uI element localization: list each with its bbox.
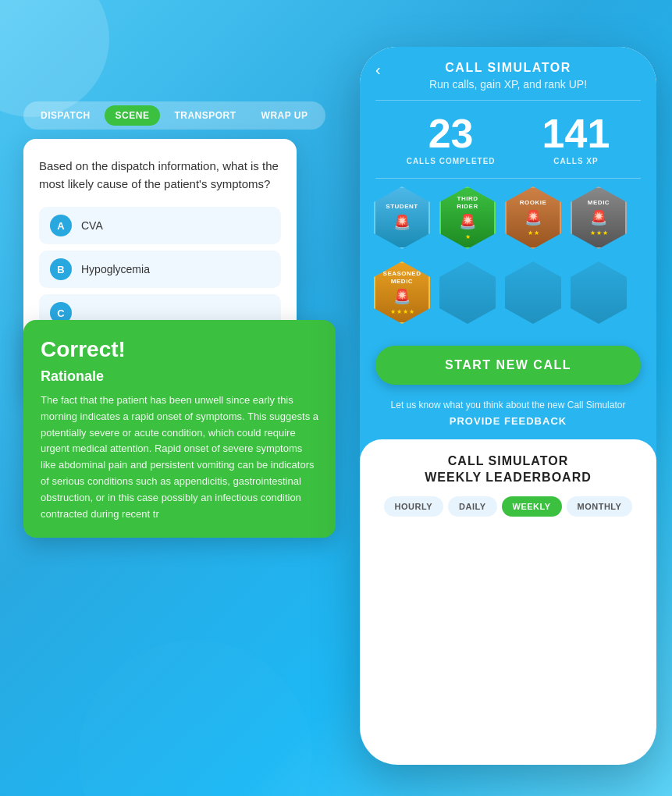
badge-label-third-rider: THIRDRIDER — [457, 195, 478, 210]
tab-wrapup[interactable]: WRAP UP — [251, 105, 319, 126]
star-1: ★ — [590, 229, 596, 236]
right-phone: ‹ CALL SIMULATOR Run calls, gain XP, and… — [360, 47, 656, 765]
leaderboard-section: CALL SIMULATORWEEKLY LEADERBOARD HOURLY … — [360, 439, 656, 765]
lb-tab-daily[interactable]: DAILY — [448, 496, 497, 517]
leaderboard-title: CALL SIMULATORWEEKLY LEADERBOARD — [375, 453, 641, 486]
calls-xp-stat: 141 CALLS XP — [542, 113, 610, 165]
badge-label-seasoned: SEASONEDMEDIC — [383, 270, 421, 285]
badge-shape-empty-3 — [571, 261, 627, 324]
badges-row-1: STUDENT 🚨 THIRDRIDER 🚨 ★ — [372, 187, 644, 255]
badge-icon-medic: 🚨 — [590, 209, 607, 226]
star-3: ★ — [603, 229, 608, 236]
answer-text-a: CVA — [81, 219, 103, 232]
badge-icon-third-rider: 🚨 — [459, 213, 476, 230]
star-2: ★ — [596, 229, 602, 236]
leaderboard-tabs: HOURLY DAILY WEEKLY MONTHLY — [375, 496, 641, 517]
badge-shape-empty-2 — [505, 261, 561, 324]
star-3: ★ — [403, 308, 408, 315]
star-1: ★ — [390, 308, 396, 315]
badge-icon-rookie: 🚨 — [524, 209, 542, 226]
badge-rookie: ROOKIE 🚨 ★ ★ — [503, 187, 563, 255]
badge-stars-third-rider: ★ — [465, 233, 471, 240]
rationale-text: The fact that the patient has been unwel… — [41, 393, 318, 522]
phone-screen: ‹ CALL SIMULATOR Run calls, gain XP, and… — [360, 47, 656, 765]
feedback-sub-text: Let us know what you think about the new… — [375, 399, 641, 412]
badge-shape-seasoned: SEASONEDMEDIC 🚨 ★ ★ ★ ★ — [374, 261, 430, 324]
badge-seasoned-medic: SEASONEDMEDIC 🚨 ★ ★ ★ ★ — [372, 261, 432, 330]
phone-title: CALL SIMULATOR — [375, 61, 641, 75]
badge-shape-third-rider: THIRDRIDER 🚨 ★ — [439, 187, 496, 249]
phone-shell: ‹ CALL SIMULATOR Run calls, gain XP, and… — [360, 47, 656, 765]
badge-third-rider: THIRDRIDER 🚨 ★ — [438, 187, 497, 255]
tab-transport[interactable]: TRANSPORT — [163, 105, 247, 126]
correct-overlay: Correct! Rationale The fact that the pat… — [23, 320, 336, 538]
tab-dispatch[interactable]: DISPATCH — [30, 105, 101, 126]
bg-decoration — [0, 0, 109, 117]
phone-header: ‹ CALL SIMULATOR Run calls, gain XP, and… — [360, 47, 656, 100]
calls-xp-label: CALLS XP — [542, 157, 610, 165]
lb-tab-monthly[interactable]: MONTHLY — [567, 496, 633, 517]
badge-student: STUDENT 🚨 — [372, 187, 432, 255]
correct-title: Correct! — [41, 337, 318, 362]
badge-icon-seasoned: 🚨 — [393, 288, 411, 305]
answer-letter-b: B — [50, 258, 72, 280]
provide-feedback-button[interactable]: PROVIDE FEEDBACK — [375, 415, 641, 427]
badge-label-medic: MEDIC — [588, 199, 610, 207]
badge-empty-1 — [438, 261, 497, 330]
start-new-call-button[interactable]: START NEW CALL — [375, 346, 641, 385]
badge-shape-student: STUDENT 🚨 — [374, 187, 430, 249]
badge-empty-2 — [503, 261, 563, 330]
start-call-label: START NEW CALL — [375, 358, 641, 372]
star-4: ★ — [409, 308, 414, 315]
calls-completed-stat: 23 CALLS COMPLETED — [407, 113, 496, 165]
answer-letter-a: A — [50, 215, 72, 236]
bg-decoration — [78, 640, 312, 796]
stats-row: 23 CALLS COMPLETED 141 CALLS XP — [360, 101, 656, 178]
quiz-question: Based on the dispatch information, what … — [39, 158, 281, 193]
badge-stars-seasoned: ★ ★ ★ ★ — [390, 308, 414, 315]
calls-completed-label: CALLS COMPLETED — [407, 157, 496, 165]
badge-icon-student: 🚨 — [393, 214, 411, 231]
lb-tab-hourly[interactable]: HOURLY — [384, 496, 443, 517]
lb-tab-weekly[interactable]: WEEKLY — [502, 496, 562, 517]
badges-row-2: SEASONEDMEDIC 🚨 ★ ★ ★ ★ — [372, 261, 644, 330]
left-panel: DISPATCH SCENE TRANSPORT WRAP UP Based o… — [23, 101, 328, 397]
answer-option-b[interactable]: B Hypoglycemia — [39, 251, 281, 288]
badge-label-rookie: ROOKIE — [520, 199, 547, 207]
tab-bar: DISPATCH SCENE TRANSPORT WRAP UP — [23, 101, 325, 130]
star-1: ★ — [528, 229, 533, 236]
rationale-title: Rationale — [41, 368, 318, 385]
answer-text-b: Hypoglycemia — [81, 263, 150, 275]
badge-shape-empty-1 — [439, 261, 496, 324]
badge-empty-3 — [569, 261, 628, 330]
badge-stars-medic: ★ ★ ★ — [590, 229, 608, 236]
feedback-section: Let us know what you think about the new… — [360, 393, 656, 433]
badges-section: STUDENT 🚨 THIRDRIDER 🚨 ★ — [360, 179, 656, 338]
tab-scene[interactable]: SCENE — [105, 105, 161, 126]
star-1: ★ — [465, 233, 471, 240]
phone-subtitle: Run calls, gain XP, and rank UP! — [375, 78, 641, 91]
answer-option-a[interactable]: A CVA — [39, 207, 281, 244]
back-button[interactable]: ‹ — [375, 61, 381, 79]
badge-medic: MEDIC 🚨 ★ ★ ★ — [569, 187, 628, 255]
calls-completed-number: 23 — [407, 113, 496, 154]
star-2: ★ — [534, 229, 539, 236]
badge-stars-rookie: ★ ★ — [528, 229, 539, 236]
calls-xp-number: 141 — [542, 113, 610, 154]
badge-shape-rookie: ROOKIE 🚨 ★ ★ — [505, 187, 561, 249]
badge-label-student: STUDENT — [386, 203, 418, 211]
star-2: ★ — [396, 308, 402, 315]
badge-shape-medic: MEDIC 🚨 ★ ★ ★ — [571, 187, 627, 249]
